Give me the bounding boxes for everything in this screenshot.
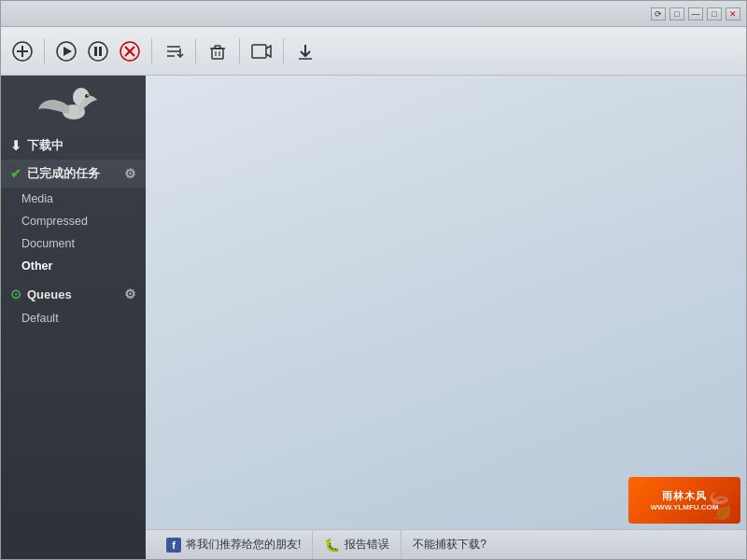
download-button[interactable] (291, 37, 319, 65)
sep2 (151, 38, 152, 64)
eagle-logo-svg (36, 78, 111, 130)
completed-section-icon: ✔ (10, 166, 21, 181)
content-main (146, 76, 746, 529)
stop-button[interactable] (116, 37, 144, 65)
queues-gear-icon[interactable]: ⚙ (124, 287, 136, 301)
bug-icon: 🐛 (324, 538, 340, 553)
minimize-button[interactable]: — (688, 7, 703, 21)
app-window: ⟳ □ — □ ✕ (0, 0, 747, 560)
sep5 (283, 38, 284, 64)
document-label: Document (21, 237, 75, 250)
statusbar: f 将我们推荐给您的朋友! 🐛 报告错误 不能捕获下载? (146, 529, 746, 559)
default-label: Default (21, 312, 59, 325)
pause-button[interactable] (84, 37, 112, 65)
svg-rect-6 (94, 47, 97, 56)
statusbar-facebook[interactable]: f 将我们推荐给您的朋友! (155, 530, 313, 559)
completed-gear-icon[interactable]: ⚙ (124, 166, 136, 181)
sidebar-section-completed[interactable]: ✔ 已完成的任务 ⚙ (1, 160, 146, 188)
watermark: 雨林木风 WWW.YLMFU.COM 🍃 (628, 477, 740, 524)
svg-rect-20 (252, 45, 266, 58)
titlebar-buttons: ⟳ □ — □ ✕ (651, 7, 740, 21)
sidebar-item-document[interactable]: Document (1, 232, 146, 255)
svg-rect-7 (99, 47, 102, 56)
add-button[interactable] (8, 37, 36, 65)
sidebar-completed-label: 已完成的任务 (27, 165, 100, 182)
restore-button[interactable]: ⟳ (651, 7, 666, 21)
sidebar-item-other[interactable]: Other (1, 255, 146, 277)
media-label: Media (21, 192, 53, 205)
statusbar-capture[interactable]: 不能捕获下载? (402, 530, 498, 559)
sidebar-item-default[interactable]: Default (1, 307, 146, 329)
statusbar-report[interactable]: 🐛 报告错误 (313, 530, 402, 559)
play-button[interactable] (52, 37, 80, 65)
svg-marker-4 (63, 47, 72, 56)
sidebar-section-queues[interactable]: ⊙ Queues ⚙ (1, 281, 146, 307)
download-section-icon: ⬇ (10, 138, 21, 153)
sep1 (44, 38, 45, 64)
min-button[interactable]: □ (669, 7, 684, 21)
video-button[interactable] (247, 37, 275, 65)
app-logo (1, 76, 146, 132)
compressed-label: Compressed (21, 215, 88, 228)
maximize-button[interactable]: □ (707, 7, 722, 21)
sidebar-section-downloading[interactable]: ⬇ 下载中 (1, 132, 146, 160)
delete-button[interactable] (204, 37, 232, 65)
toolbar (1, 27, 746, 76)
titlebar: ⟳ □ — □ ✕ (1, 1, 746, 27)
sidebar-downloading-label: 下载中 (27, 137, 63, 154)
facebook-icon: f (166, 538, 181, 553)
close-button[interactable]: ✕ (726, 7, 740, 21)
sidebar: ⬇ 下载中 ✔ 已完成的任务 ⚙ Media Compressed Docume… (1, 76, 146, 559)
other-label: Other (21, 259, 52, 273)
svg-point-26 (87, 94, 88, 95)
sep4 (239, 38, 240, 64)
sidebar-item-compressed[interactable]: Compressed (1, 210, 146, 232)
report-text: 报告错误 (345, 537, 389, 553)
svg-point-5 (89, 42, 107, 61)
queues-section-icon: ⊙ (10, 287, 21, 301)
capture-text: 不能捕获下载? (413, 537, 486, 553)
sep3 (195, 38, 196, 64)
sidebar-queues-label: Queues (27, 287, 72, 301)
sidebar-item-media[interactable]: Media (1, 188, 146, 210)
svg-rect-15 (212, 49, 223, 59)
sort-button[interactable] (160, 37, 188, 65)
svg-rect-17 (215, 46, 220, 49)
facebook-text: 将我们推荐给您的朋友! (186, 537, 301, 553)
